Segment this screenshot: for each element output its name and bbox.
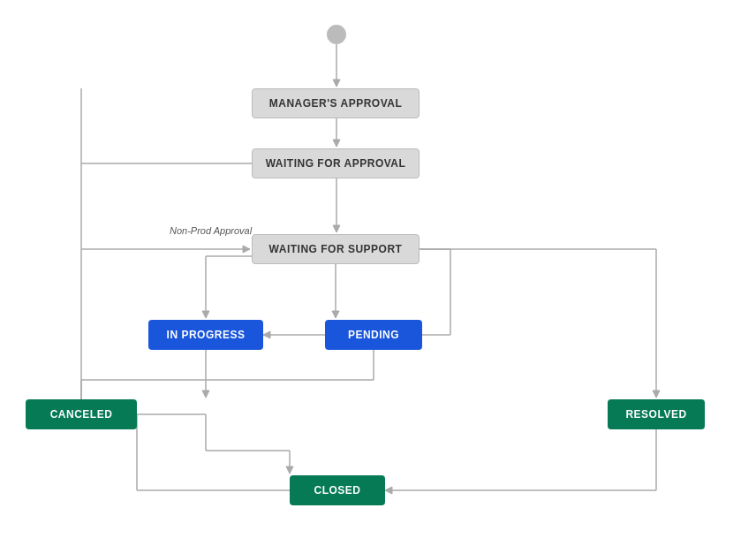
svg-marker-29 [385,487,392,494]
non-prod-approval-label: Non-Prod Approval [170,225,252,236]
waiting-for-approval-node: WAITING FOR APPROVAL [252,148,420,178]
svg-marker-15 [332,311,339,318]
canceled-node: CANCELED [26,399,137,429]
svg-marker-20 [263,331,270,338]
svg-marker-13 [202,311,209,318]
managers-approval-node: MANAGER'S APPROVAL [252,88,420,118]
start-node [327,25,346,44]
svg-marker-1 [333,80,340,87]
svg-marker-17 [202,391,209,398]
svg-marker-3 [333,140,340,147]
svg-marker-10 [243,246,250,253]
workflow-diagram: MANAGER'S APPROVAL WAITING FOR APPROVAL … [0,0,756,546]
waiting-for-support-node: WAITING FOR SUPPORT [252,234,420,264]
svg-marker-35 [286,466,293,474]
pending-node: PENDING [325,320,422,350]
in-progress-node: IN PROGRESS [148,320,263,350]
closed-node: CLOSED [290,475,385,505]
svg-marker-26 [653,391,660,398]
svg-marker-5 [333,225,340,232]
resolved-node: RESOLVED [608,399,705,429]
arrows-layer [0,0,756,546]
